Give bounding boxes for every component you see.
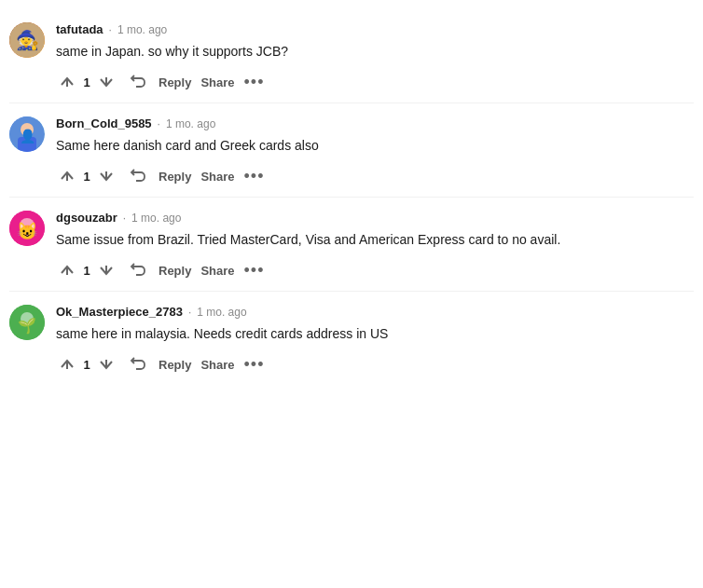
avatar[interactable]: 🌱 bbox=[9, 305, 45, 340]
svg-text:🧙: 🧙 bbox=[16, 29, 39, 51]
comment-timestamp: 1 mo. ago bbox=[197, 306, 246, 319]
comment-actions: 1 ReplyShare••• bbox=[56, 259, 694, 281]
downvote-button[interactable] bbox=[95, 165, 117, 187]
downvote-button[interactable] bbox=[95, 259, 117, 281]
share-button[interactable]: Share bbox=[200, 75, 234, 89]
comment-text: same in Japan. so why it supports JCB? bbox=[56, 42, 694, 62]
separator-dot: · bbox=[158, 117, 160, 130]
share-button[interactable]: Share bbox=[200, 358, 234, 372]
separator-dot: · bbox=[123, 212, 126, 225]
comment-timestamp: 1 mo. ago bbox=[166, 117, 215, 130]
comment-list: 🧙 tafutada·1 mo. agosame in Japan. so wh… bbox=[0, 9, 703, 385]
svg-text:👤: 👤 bbox=[20, 129, 36, 144]
comment-actions: 1 ReplyShare••• bbox=[56, 353, 694, 376]
vote-count: 1 bbox=[82, 264, 91, 278]
comment-actions: 1 ReplyShare••• bbox=[56, 165, 694, 187]
upvote-button[interactable] bbox=[56, 71, 78, 93]
separator-dot: · bbox=[109, 23, 112, 36]
svg-text:🌱: 🌱 bbox=[18, 317, 36, 335]
share-button[interactable]: Share bbox=[200, 264, 234, 278]
more-options-button[interactable]: ••• bbox=[244, 168, 265, 185]
reply-button[interactable]: Reply bbox=[159, 264, 191, 278]
reply-icon-button[interactable] bbox=[127, 71, 149, 93]
comment-item: 👤 Born_Cold_9585·1 mo. agoSame here dani… bbox=[9, 103, 694, 198]
vote-group: 1 bbox=[56, 353, 117, 376]
avatar[interactable]: 🧙 bbox=[9, 22, 45, 58]
more-options-button[interactable]: ••• bbox=[244, 262, 265, 279]
comment-body: dgsouzabr·1 mo. agoSame issue from Brazi… bbox=[56, 211, 694, 281]
vote-count: 1 bbox=[82, 75, 91, 89]
comment-item: 🧙 tafutada·1 mo. agosame in Japan. so wh… bbox=[9, 9, 694, 103]
avatar[interactable]: 😺 bbox=[9, 211, 45, 246]
avatar[interactable]: 👤 bbox=[9, 116, 45, 152]
reply-icon-button[interactable] bbox=[127, 259, 149, 281]
comment-actions: 1 ReplyShare••• bbox=[56, 71, 694, 93]
more-options-button[interactable]: ••• bbox=[244, 74, 265, 90]
comment-header: Born_Cold_9585·1 mo. ago bbox=[56, 116, 694, 130]
comment-body: Born_Cold_9585·1 mo. agoSame here danish… bbox=[56, 116, 694, 187]
comment-body: tafutada·1 mo. agosame in Japan. so why … bbox=[56, 22, 694, 93]
comment-header: tafutada·1 mo. ago bbox=[56, 22, 694, 36]
comment-timestamp: 1 mo. ago bbox=[117, 23, 167, 36]
downvote-button[interactable] bbox=[95, 353, 117, 376]
reply-icon-button[interactable] bbox=[127, 353, 149, 376]
comment-text: Same here danish card and Greek cards al… bbox=[56, 136, 694, 156]
comment-item: 🌱 Ok_Masterpiece_2783·1 mo. agosame here… bbox=[9, 292, 694, 385]
comment-header: Ok_Masterpiece_2783·1 mo. ago bbox=[56, 305, 694, 319]
downvote-button[interactable] bbox=[95, 71, 117, 93]
comment-username[interactable]: Born_Cold_9585 bbox=[56, 116, 152, 130]
reply-button[interactable]: Reply bbox=[159, 170, 191, 184]
comment-text: same here in malaysia. Needs credit card… bbox=[56, 324, 694, 344]
svg-text:😺: 😺 bbox=[17, 221, 38, 241]
comment-header: dgsouzabr·1 mo. ago bbox=[56, 211, 694, 225]
upvote-button[interactable] bbox=[56, 259, 78, 281]
comment-username[interactable]: tafutada bbox=[56, 22, 103, 36]
comment-username[interactable]: dgsouzabr bbox=[56, 211, 117, 225]
reply-button[interactable]: Reply bbox=[159, 75, 191, 89]
more-options-button[interactable]: ••• bbox=[244, 356, 265, 373]
vote-group: 1 bbox=[56, 259, 117, 281]
vote-count: 1 bbox=[82, 358, 91, 372]
reply-icon-button[interactable] bbox=[127, 165, 149, 187]
separator-dot: · bbox=[188, 306, 191, 319]
comment-username[interactable]: Ok_Masterpiece_2783 bbox=[56, 305, 183, 319]
comment-item: 😺 dgsouzabr·1 mo. agoSame issue from Bra… bbox=[9, 198, 694, 292]
vote-group: 1 bbox=[56, 165, 117, 187]
comment-text: Same issue from Brazil. Tried MasterCard… bbox=[56, 230, 694, 250]
vote-count: 1 bbox=[82, 170, 91, 184]
comment-body: Ok_Masterpiece_2783·1 mo. agosame here i… bbox=[56, 305, 694, 376]
upvote-button[interactable] bbox=[56, 353, 78, 376]
comment-timestamp: 1 mo. ago bbox=[131, 212, 181, 225]
upvote-button[interactable] bbox=[56, 165, 78, 187]
reply-button[interactable]: Reply bbox=[159, 358, 191, 372]
vote-group: 1 bbox=[56, 71, 117, 93]
share-button[interactable]: Share bbox=[200, 170, 234, 184]
